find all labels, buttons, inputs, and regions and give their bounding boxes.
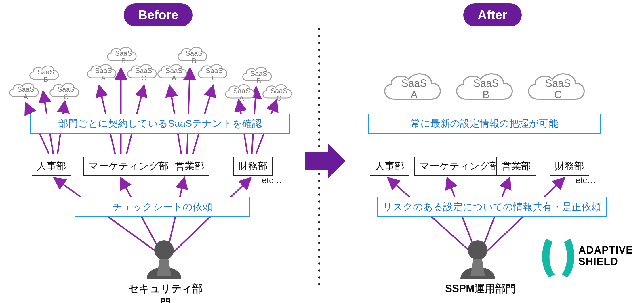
before-dept-3: 営業部 <box>170 157 209 176</box>
before-cloud-cluster-1 <box>10 66 79 97</box>
after-dept-2: マーケティング部 <box>414 157 505 176</box>
before-cloud-cluster-3 <box>158 47 227 78</box>
before-dept-2: マーケティング部 <box>83 157 174 176</box>
before-note-top: 部門ごとに契約しているSaaSテナントを確認 <box>30 114 290 134</box>
after-role-label: SSPM運用部門 <box>440 282 521 296</box>
before-role-label: セキュリティ部門 <box>125 282 206 303</box>
after-dept-3: 営業部 <box>496 157 536 176</box>
before-cloud-cluster-4 <box>226 67 291 98</box>
after-person-icon <box>460 240 495 279</box>
after-dept-1: 人事部 <box>370 157 409 176</box>
after-etc: etc… <box>576 175 596 185</box>
transition-arrow <box>305 144 345 178</box>
before-note-bottom: チェックシートの依頼 <box>75 197 250 217</box>
svg-point-16 <box>154 240 174 260</box>
adaptive-shield-logo-icon <box>542 239 574 277</box>
before-arrows-dept-to-clouds <box>26 69 276 154</box>
svg-line-11 <box>187 69 190 154</box>
svg-canvas <box>0 0 644 303</box>
after-dept-4: 財務部 <box>550 157 589 176</box>
svg-point-21 <box>468 240 487 260</box>
adaptive-shield-logo-text: ADAPTIVE SHIELD <box>578 244 633 267</box>
before-dept-1: 人事部 <box>32 157 71 176</box>
before-etc: etc… <box>262 175 282 185</box>
after-note-bottom: リスクのある設定についての情報共有・是正依頼 <box>377 197 607 217</box>
after-pill: After <box>463 3 522 26</box>
after-note-top: 常に最新の設定情報の把握が可能 <box>368 114 601 134</box>
before-dept-4: 財務部 <box>233 157 273 176</box>
before-person-icon <box>147 240 181 279</box>
before-pill: Before <box>124 3 193 26</box>
before-pill-label: Before <box>138 8 178 22</box>
after-clouds <box>385 74 584 99</box>
before-cloud-cluster-2 <box>87 47 156 78</box>
diagram-root: Before After 部門ごとに契約しているSaaSテナントを確認 チェック… <box>0 0 644 303</box>
after-pill-label: After <box>478 8 507 22</box>
